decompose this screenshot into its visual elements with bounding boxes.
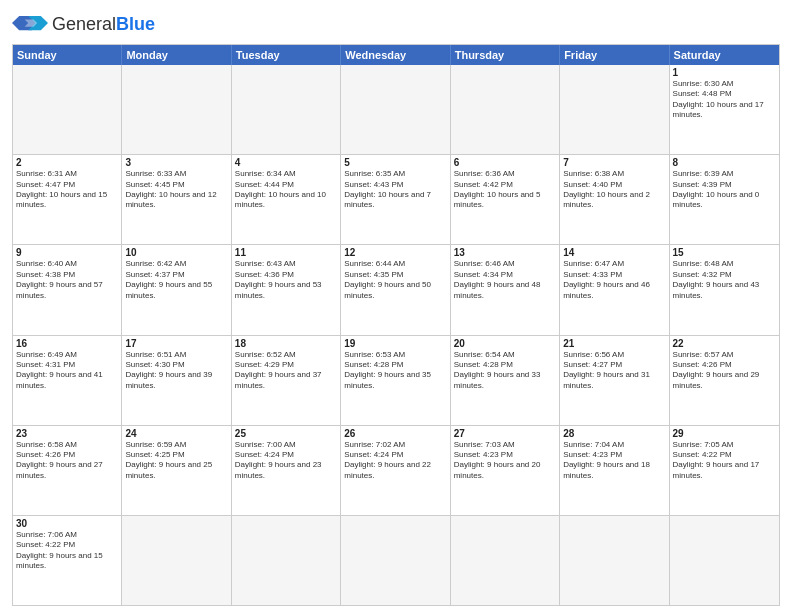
day-number: 3 xyxy=(125,157,227,168)
calendar-cell: 23Sunrise: 6:58 AM Sunset: 4:26 PM Dayli… xyxy=(13,426,122,515)
cell-sun-info: Sunrise: 6:42 AM Sunset: 4:37 PM Dayligh… xyxy=(125,259,227,301)
calendar-cell: 30Sunrise: 7:06 AM Sunset: 4:22 PM Dayli… xyxy=(13,516,122,605)
header-cell-tuesday: Tuesday xyxy=(232,45,341,65)
header: GeneralBlue xyxy=(12,10,780,38)
calendar-row-4: 23Sunrise: 6:58 AM Sunset: 4:26 PM Dayli… xyxy=(13,425,779,515)
calendar-cell: 5Sunrise: 6:35 AM Sunset: 4:43 PM Daylig… xyxy=(341,155,450,244)
cell-sun-info: Sunrise: 6:34 AM Sunset: 4:44 PM Dayligh… xyxy=(235,169,337,211)
cell-sun-info: Sunrise: 6:30 AM Sunset: 4:48 PM Dayligh… xyxy=(673,79,776,121)
cell-sun-info: Sunrise: 6:38 AM Sunset: 4:40 PM Dayligh… xyxy=(563,169,665,211)
cell-sun-info: Sunrise: 7:05 AM Sunset: 4:22 PM Dayligh… xyxy=(673,440,776,482)
calendar-cell xyxy=(13,65,122,154)
cell-sun-info: Sunrise: 6:44 AM Sunset: 4:35 PM Dayligh… xyxy=(344,259,446,301)
cell-sun-info: Sunrise: 7:03 AM Sunset: 4:23 PM Dayligh… xyxy=(454,440,556,482)
calendar-cell: 4Sunrise: 6:34 AM Sunset: 4:44 PM Daylig… xyxy=(232,155,341,244)
calendar-row-2: 9Sunrise: 6:40 AM Sunset: 4:38 PM Daylig… xyxy=(13,244,779,334)
day-number: 11 xyxy=(235,247,337,258)
day-number: 26 xyxy=(344,428,446,439)
cell-sun-info: Sunrise: 6:47 AM Sunset: 4:33 PM Dayligh… xyxy=(563,259,665,301)
day-number: 23 xyxy=(16,428,118,439)
calendar-cell xyxy=(341,516,450,605)
calendar-row-0: 1Sunrise: 6:30 AM Sunset: 4:48 PM Daylig… xyxy=(13,65,779,154)
calendar-cell: 20Sunrise: 6:54 AM Sunset: 4:28 PM Dayli… xyxy=(451,336,560,425)
calendar-body: 1Sunrise: 6:30 AM Sunset: 4:48 PM Daylig… xyxy=(13,65,779,605)
calendar-cell: 10Sunrise: 6:42 AM Sunset: 4:37 PM Dayli… xyxy=(122,245,231,334)
cell-sun-info: Sunrise: 6:54 AM Sunset: 4:28 PM Dayligh… xyxy=(454,350,556,392)
header-cell-monday: Monday xyxy=(122,45,231,65)
day-number: 22 xyxy=(673,338,776,349)
cell-sun-info: Sunrise: 6:48 AM Sunset: 4:32 PM Dayligh… xyxy=(673,259,776,301)
cell-sun-info: Sunrise: 6:46 AM Sunset: 4:34 PM Dayligh… xyxy=(454,259,556,301)
header-cell-thursday: Thursday xyxy=(451,45,560,65)
calendar: SundayMondayTuesdayWednesdayThursdayFrid… xyxy=(12,44,780,606)
header-cell-saturday: Saturday xyxy=(670,45,779,65)
calendar-row-1: 2Sunrise: 6:31 AM Sunset: 4:47 PM Daylig… xyxy=(13,154,779,244)
day-number: 17 xyxy=(125,338,227,349)
cell-sun-info: Sunrise: 6:57 AM Sunset: 4:26 PM Dayligh… xyxy=(673,350,776,392)
calendar-cell: 17Sunrise: 6:51 AM Sunset: 4:30 PM Dayli… xyxy=(122,336,231,425)
day-number: 20 xyxy=(454,338,556,349)
calendar-cell: 3Sunrise: 6:33 AM Sunset: 4:45 PM Daylig… xyxy=(122,155,231,244)
cell-sun-info: Sunrise: 7:00 AM Sunset: 4:24 PM Dayligh… xyxy=(235,440,337,482)
cell-sun-info: Sunrise: 7:06 AM Sunset: 4:22 PM Dayligh… xyxy=(16,530,118,572)
cell-sun-info: Sunrise: 6:40 AM Sunset: 4:38 PM Dayligh… xyxy=(16,259,118,301)
calendar-header: SundayMondayTuesdayWednesdayThursdayFrid… xyxy=(13,45,779,65)
calendar-cell: 6Sunrise: 6:36 AM Sunset: 4:42 PM Daylig… xyxy=(451,155,560,244)
calendar-cell: 11Sunrise: 6:43 AM Sunset: 4:36 PM Dayli… xyxy=(232,245,341,334)
calendar-cell xyxy=(560,65,669,154)
day-number: 4 xyxy=(235,157,337,168)
cell-sun-info: Sunrise: 6:33 AM Sunset: 4:45 PM Dayligh… xyxy=(125,169,227,211)
calendar-row-3: 16Sunrise: 6:49 AM Sunset: 4:31 PM Dayli… xyxy=(13,335,779,425)
calendar-cell: 25Sunrise: 7:00 AM Sunset: 4:24 PM Dayli… xyxy=(232,426,341,515)
calendar-cell: 18Sunrise: 6:52 AM Sunset: 4:29 PM Dayli… xyxy=(232,336,341,425)
calendar-cell: 8Sunrise: 6:39 AM Sunset: 4:39 PM Daylig… xyxy=(670,155,779,244)
cell-sun-info: Sunrise: 6:59 AM Sunset: 4:25 PM Dayligh… xyxy=(125,440,227,482)
day-number: 28 xyxy=(563,428,665,439)
cell-sun-info: Sunrise: 6:51 AM Sunset: 4:30 PM Dayligh… xyxy=(125,350,227,392)
header-cell-sunday: Sunday xyxy=(13,45,122,65)
day-number: 14 xyxy=(563,247,665,258)
calendar-cell xyxy=(451,65,560,154)
calendar-cell: 29Sunrise: 7:05 AM Sunset: 4:22 PM Dayli… xyxy=(670,426,779,515)
calendar-cell: 1Sunrise: 6:30 AM Sunset: 4:48 PM Daylig… xyxy=(670,65,779,154)
calendar-cell: 7Sunrise: 6:38 AM Sunset: 4:40 PM Daylig… xyxy=(560,155,669,244)
cell-sun-info: Sunrise: 6:39 AM Sunset: 4:39 PM Dayligh… xyxy=(673,169,776,211)
calendar-cell: 12Sunrise: 6:44 AM Sunset: 4:35 PM Dayli… xyxy=(341,245,450,334)
logo-icon xyxy=(12,10,48,38)
cell-sun-info: Sunrise: 6:56 AM Sunset: 4:27 PM Dayligh… xyxy=(563,350,665,392)
day-number: 1 xyxy=(673,67,776,78)
calendar-cell: 27Sunrise: 7:03 AM Sunset: 4:23 PM Dayli… xyxy=(451,426,560,515)
calendar-cell xyxy=(560,516,669,605)
day-number: 19 xyxy=(344,338,446,349)
header-cell-friday: Friday xyxy=(560,45,669,65)
day-number: 12 xyxy=(344,247,446,258)
calendar-cell: 2Sunrise: 6:31 AM Sunset: 4:47 PM Daylig… xyxy=(13,155,122,244)
cell-sun-info: Sunrise: 6:43 AM Sunset: 4:36 PM Dayligh… xyxy=(235,259,337,301)
day-number: 15 xyxy=(673,247,776,258)
page: GeneralBlue SundayMondayTuesdayWednesday… xyxy=(0,0,792,612)
day-number: 10 xyxy=(125,247,227,258)
day-number: 24 xyxy=(125,428,227,439)
day-number: 29 xyxy=(673,428,776,439)
cell-sun-info: Sunrise: 6:36 AM Sunset: 4:42 PM Dayligh… xyxy=(454,169,556,211)
calendar-cell xyxy=(122,65,231,154)
calendar-cell: 9Sunrise: 6:40 AM Sunset: 4:38 PM Daylig… xyxy=(13,245,122,334)
logo: GeneralBlue xyxy=(12,10,155,38)
calendar-cell: 19Sunrise: 6:53 AM Sunset: 4:28 PM Dayli… xyxy=(341,336,450,425)
calendar-cell xyxy=(232,65,341,154)
day-number: 27 xyxy=(454,428,556,439)
cell-sun-info: Sunrise: 6:31 AM Sunset: 4:47 PM Dayligh… xyxy=(16,169,118,211)
day-number: 8 xyxy=(673,157,776,168)
day-number: 30 xyxy=(16,518,118,529)
day-number: 5 xyxy=(344,157,446,168)
day-number: 21 xyxy=(563,338,665,349)
cell-sun-info: Sunrise: 6:35 AM Sunset: 4:43 PM Dayligh… xyxy=(344,169,446,211)
day-number: 13 xyxy=(454,247,556,258)
day-number: 18 xyxy=(235,338,337,349)
day-number: 7 xyxy=(563,157,665,168)
cell-sun-info: Sunrise: 6:52 AM Sunset: 4:29 PM Dayligh… xyxy=(235,350,337,392)
cell-sun-info: Sunrise: 6:58 AM Sunset: 4:26 PM Dayligh… xyxy=(16,440,118,482)
calendar-cell: 28Sunrise: 7:04 AM Sunset: 4:23 PM Dayli… xyxy=(560,426,669,515)
calendar-cell: 15Sunrise: 6:48 AM Sunset: 4:32 PM Dayli… xyxy=(670,245,779,334)
calendar-cell xyxy=(451,516,560,605)
